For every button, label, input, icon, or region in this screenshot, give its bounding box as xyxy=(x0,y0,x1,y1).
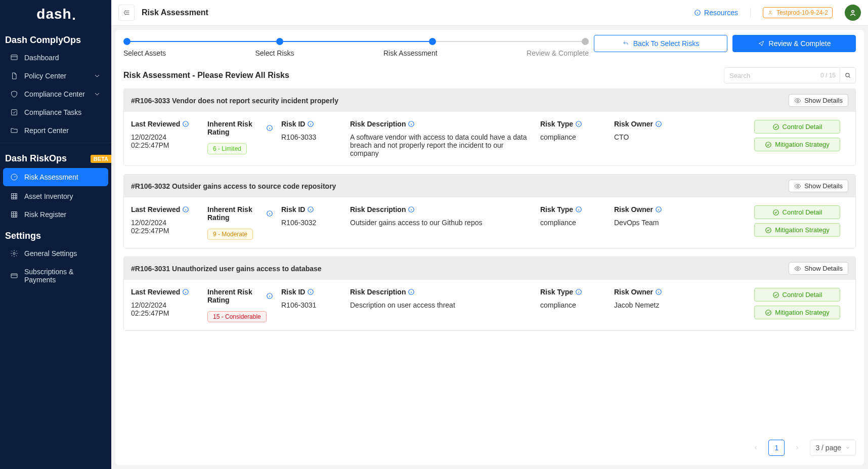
svg-rect-3 xyxy=(12,194,17,199)
beta-badge: BETA xyxy=(91,155,111,163)
risk-type-value: compliance xyxy=(540,219,606,227)
folder-icon xyxy=(10,126,18,135)
control-detail-button[interactable]: Control Detail xyxy=(754,205,840,219)
col-risk-type: Risk Type xyxy=(540,205,606,214)
svg-rect-1 xyxy=(12,110,17,115)
svg-point-36 xyxy=(773,292,778,297)
sidebar-item-compliance-tasks[interactable]: Compliance Tasks xyxy=(0,103,111,121)
risk-header: #R106-3032 Outsider gains access to sour… xyxy=(124,175,855,197)
show-details-button[interactable]: Show Details xyxy=(789,180,848,192)
svg-rect-6 xyxy=(11,274,17,278)
pager-prev[interactable] xyxy=(748,440,763,455)
card-icon xyxy=(10,272,18,280)
show-details-button[interactable]: Show Details xyxy=(789,262,848,275)
svg-point-29 xyxy=(797,268,799,270)
resources-link[interactable]: Resources xyxy=(694,9,738,17)
mitigation-strategy-button[interactable]: Mitigation Strategy xyxy=(754,223,840,237)
document-icon xyxy=(10,72,18,80)
col-risk-type: Risk Type xyxy=(540,120,606,128)
sidebar-item-dashboard[interactable]: Dashboard xyxy=(0,49,111,67)
sidebar: dash Dash ComplyOps Dashboard Policy Cen… xyxy=(0,0,111,469)
risk-header: #R106-3033 Vendor does not report securi… xyxy=(124,89,855,112)
sidebar-item-general-settings[interactable]: General Settings xyxy=(0,244,111,263)
avatar[interactable] xyxy=(845,5,861,21)
risk-desc-value: A software vendor with access to data co… xyxy=(350,133,532,157)
user-tag[interactable]: Testprod-10-9-24-2 xyxy=(763,7,833,18)
col-risk-owner: Risk Owner xyxy=(614,205,680,214)
svg-point-9 xyxy=(852,11,854,13)
brand-logo: dash xyxy=(0,0,111,28)
search-input[interactable] xyxy=(724,72,820,79)
page-title: Risk Assessment xyxy=(142,8,208,17)
control-detail-label: Control Detail xyxy=(783,291,822,299)
sidebar-item-label: Policy Center xyxy=(24,72,66,80)
mitigation-label: Mitigation Strategy xyxy=(775,226,830,234)
chevron-down-icon xyxy=(93,90,101,98)
sidebar-item-policy-center[interactable]: Policy Center xyxy=(0,67,111,85)
review-complete-button[interactable]: Review & Complete xyxy=(732,35,856,52)
col-risk-id: Risk ID xyxy=(281,288,342,296)
info-icon xyxy=(575,206,582,213)
risk-desc-value: Outsider gains access to our Github repo… xyxy=(350,219,532,227)
sidebar-item-compliance-center[interactable]: Compliance Center xyxy=(0,85,111,103)
pager-next[interactable] xyxy=(790,440,805,455)
info-icon xyxy=(182,206,189,213)
chevron-down-icon xyxy=(845,445,850,450)
content-card: Select Assets Select Risks Risk Assessme… xyxy=(115,30,864,465)
step-dot xyxy=(429,38,436,45)
sidebar-item-label: Asset Inventory xyxy=(24,192,73,200)
sidebar-item-label: Subscriptions & Payments xyxy=(24,268,101,284)
mitigation-strategy-button[interactable]: Mitigation Strategy xyxy=(754,138,840,151)
sidebar-item-label: Risk Assessment xyxy=(24,173,78,181)
last-reviewed-value: 12/02/2024 02:25:47PM xyxy=(131,301,199,317)
sidebar-item-subscriptions[interactable]: Subscriptions & Payments xyxy=(0,263,111,289)
back-button[interactable]: Back To Select Risks xyxy=(594,35,727,52)
show-details-label: Show Details xyxy=(804,182,843,190)
risk-body: Last Reviewed 12/02/2024 02:25:47PMInher… xyxy=(124,197,855,248)
sidebar-item-risk-assessment[interactable]: Risk Assessment xyxy=(3,168,108,186)
svg-rect-4 xyxy=(12,212,17,218)
brand-dot xyxy=(73,18,75,20)
last-reviewed-value: 12/02/2024 02:25:47PM xyxy=(131,133,199,149)
svg-point-11 xyxy=(797,100,799,102)
step-label: Risk Assessment xyxy=(383,49,438,57)
info-icon xyxy=(408,206,415,213)
col-last-reviewed: Last Reviewed xyxy=(131,120,199,128)
search-button[interactable] xyxy=(840,68,855,83)
subheader: Risk Assessment - Please Review All Risk… xyxy=(115,57,864,89)
sidebar-item-label: Report Center xyxy=(24,126,69,135)
user-icon xyxy=(767,10,773,16)
sidebar-item-label: Dashboard xyxy=(24,54,59,62)
pager-page-1[interactable]: 1 xyxy=(768,440,785,456)
sidebar-item-asset-inventory[interactable]: Asset Inventory xyxy=(0,187,111,205)
info-icon xyxy=(182,120,189,127)
page-size-select[interactable]: 3 / page xyxy=(810,440,856,456)
svg-point-10 xyxy=(846,73,849,77)
main: Risk Assessment Resources Testprod-10-9-… xyxy=(111,0,868,469)
risk-type-value: compliance xyxy=(540,301,606,309)
rating-badge: 6 - Limited xyxy=(207,143,247,154)
sidebar-item-risk-register[interactable]: Risk Register xyxy=(0,205,111,224)
col-risk-type: Risk Type xyxy=(540,288,606,296)
control-detail-label: Control Detail xyxy=(783,208,822,216)
brand-text: dash xyxy=(36,6,71,22)
sidebar-item-label: Risk Register xyxy=(24,210,66,219)
pagination: 1 3 / page xyxy=(115,435,864,465)
grid-icon xyxy=(10,210,18,219)
svg-point-5 xyxy=(13,252,15,254)
step-dot xyxy=(582,38,589,45)
risk-header: #R106-3031 Unauthorized user gains acces… xyxy=(124,257,855,280)
control-detail-button[interactable]: Control Detail xyxy=(754,120,840,134)
sidebar-item-report-center[interactable]: Report Center xyxy=(0,121,111,140)
mitigation-strategy-button[interactable]: Mitigation Strategy xyxy=(754,306,840,319)
search-count: 0 / 15 xyxy=(820,72,840,79)
control-detail-button[interactable]: Control Detail xyxy=(754,288,840,302)
info-icon xyxy=(307,206,314,213)
col-last-reviewed: Last Reviewed xyxy=(131,205,199,214)
info-icon xyxy=(266,210,273,217)
show-details-button[interactable]: Show Details xyxy=(789,94,848,107)
info-icon xyxy=(408,288,415,295)
col-risk-desc: Risk Description xyxy=(350,120,532,128)
risk-owner-value: CTO xyxy=(614,133,680,141)
sidebar-toggle-button[interactable] xyxy=(118,5,135,21)
